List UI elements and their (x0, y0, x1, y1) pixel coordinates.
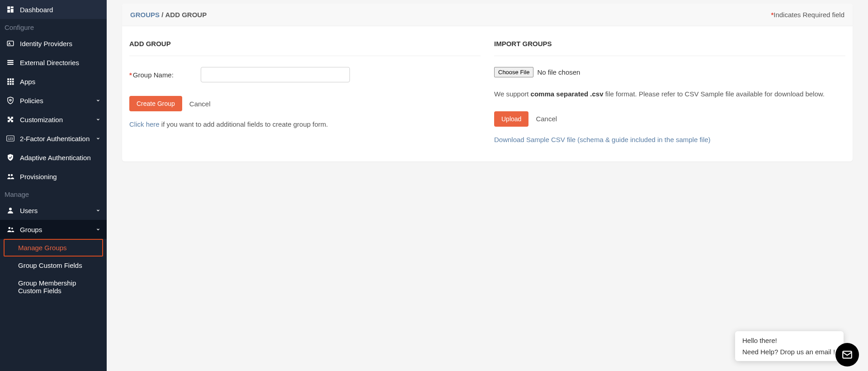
sidebar-label: Apps (20, 78, 100, 86)
shield-check-icon (6, 153, 14, 162)
choose-file-button[interactable]: Choose File (494, 67, 533, 77)
svg-rect-9 (7, 78, 9, 80)
breadcrumb-link-groups[interactable]: GROUPS (130, 11, 160, 19)
svg-text:123: 123 (8, 137, 13, 140)
svg-rect-2 (11, 9, 14, 13)
sidebar-item-identity-providers[interactable]: Identity Providers (0, 34, 107, 53)
label-group-name: *Group Name: (129, 71, 174, 79)
help-tooltip: Hello there! Need Help? Drop us an email… (735, 331, 844, 361)
sidebar: Dashboard Configure Identity Providers E… (0, 0, 107, 371)
svg-point-25 (11, 228, 13, 229)
chat-fab-button[interactable] (835, 343, 859, 366)
svg-rect-15 (7, 83, 9, 85)
chevron-down-icon (96, 227, 100, 232)
list-icon (6, 58, 14, 67)
sidebar-item-provisioning[interactable]: Provisioning (0, 167, 107, 186)
sidebar-item-2fa[interactable]: 123 2-Factor Authentication (0, 129, 107, 148)
svg-rect-0 (7, 6, 10, 9)
add-fields-hint: Click here if you want to add additional… (129, 120, 481, 128)
svg-point-18 (9, 99, 11, 101)
svg-rect-10 (10, 78, 12, 80)
sidebar-item-customization[interactable]: Customization (0, 110, 107, 129)
svg-point-22 (11, 174, 13, 176)
svg-point-24 (9, 227, 11, 229)
svg-rect-8 (7, 64, 14, 65)
sidebar-label: Customization (20, 116, 90, 124)
label-text: Group Name: (133, 71, 174, 79)
sidebar-section-configure: Configure (0, 19, 107, 34)
svg-rect-17 (12, 83, 14, 85)
add-group-section: ADD GROUP *Group Name: Create Group Canc… (129, 40, 481, 143)
download-sample-link[interactable]: Download Sample CSV file (schema & guide… (494, 136, 845, 143)
svg-rect-14 (12, 81, 14, 83)
help-tooltip-line2: Need Help? Drop us an email ! (742, 348, 836, 356)
hint-text: if you want to add additional fields to … (160, 120, 328, 128)
breadcrumb-sep: / (161, 11, 163, 19)
sidebar-label: External Directories (20, 59, 100, 67)
section-title-import-groups: IMPORT GROUPS (494, 40, 845, 56)
breadcrumb: GROUPS / ADD GROUP (130, 11, 207, 19)
svg-rect-13 (10, 81, 12, 83)
help-tooltip-line1: Hello there! (742, 337, 836, 344)
create-group-button[interactable]: Create Group (129, 96, 182, 111)
sidebar-item-apps[interactable]: Apps (0, 72, 107, 91)
click-here-link[interactable]: Click here (129, 120, 160, 128)
sidebar-label: 2-Factor Authentication (20, 135, 90, 143)
sidebar-label: Users (20, 207, 90, 214)
cancel-button[interactable]: Cancel (189, 100, 211, 108)
chevron-down-icon (96, 117, 100, 122)
sidebar-sub-group-custom-fields[interactable]: Group Custom Fields (0, 257, 107, 274)
users-icon (6, 172, 14, 181)
upload-button[interactable]: Upload (494, 111, 528, 127)
cancel-button[interactable]: Cancel (536, 115, 557, 123)
svg-rect-12 (7, 81, 9, 83)
main-content: GROUPS / ADD GROUP *Indicates Required f… (107, 0, 868, 371)
sidebar-label: Groups (20, 226, 90, 233)
card: GROUPS / ADD GROUP *Indicates Required f… (122, 4, 853, 162)
sidebar-item-groups[interactable]: Groups (0, 220, 107, 239)
sidebar-label: Policies (20, 97, 90, 105)
group-icon (6, 225, 14, 233)
sidebar-sub-manage-groups[interactable]: Manage Groups (4, 239, 103, 257)
card-body: ADD GROUP *Group Name: Create Group Canc… (122, 26, 853, 162)
chevron-down-icon (96, 136, 100, 141)
form-row-group-name: *Group Name: (129, 67, 481, 82)
grid-icon (6, 77, 14, 86)
svg-rect-16 (10, 83, 12, 85)
user-icon (6, 206, 14, 214)
import-groups-section: IMPORT GROUPS Choose File No file chosen… (494, 40, 845, 143)
file-status: No file chosen (537, 68, 580, 76)
numbers-icon: 123 (6, 134, 14, 143)
chevron-down-icon (96, 208, 100, 213)
svg-point-5 (9, 43, 10, 44)
sidebar-item-policies[interactable]: Policies (0, 91, 107, 110)
sidebar-item-external-directories[interactable]: External Directories (0, 53, 107, 72)
import-actions: Upload Cancel (494, 111, 845, 127)
dashboard-icon (6, 5, 14, 14)
card-header: GROUPS / ADD GROUP *Indicates Required f… (122, 4, 853, 26)
svg-rect-3 (7, 10, 10, 13)
svg-rect-1 (11, 6, 14, 8)
group-name-input[interactable] (201, 67, 350, 82)
svg-rect-6 (7, 60, 14, 61)
puzzle-icon (6, 115, 14, 124)
sidebar-item-dashboard[interactable]: Dashboard (0, 0, 107, 19)
svg-rect-7 (7, 62, 14, 63)
sidebar-item-users[interactable]: Users (0, 201, 107, 220)
support-post: file format. Please refer to CSV Sample … (604, 90, 825, 98)
file-chooser-row: Choose File No file chosen (494, 67, 845, 77)
svg-rect-11 (12, 78, 14, 80)
shield-icon (6, 96, 14, 105)
chevron-down-icon (96, 98, 100, 103)
csv-support-text: We support comma separated .csv file for… (494, 89, 845, 100)
sidebar-item-adaptive-auth[interactable]: Adaptive Authentication (0, 148, 107, 167)
sidebar-label: Adaptive Authentication (20, 154, 100, 162)
support-bold: comma separated .csv (531, 90, 604, 98)
svg-point-21 (8, 174, 10, 176)
support-pre: We support (494, 90, 531, 98)
sidebar-label: Dashboard (20, 6, 100, 14)
sidebar-label: Provisioning (20, 173, 100, 181)
section-title-add-group: ADD GROUP (129, 40, 481, 56)
sidebar-section-manage: Manage (0, 186, 107, 201)
sidebar-sub-group-membership-fields[interactable]: Group Membership Custom Fields (0, 274, 107, 300)
